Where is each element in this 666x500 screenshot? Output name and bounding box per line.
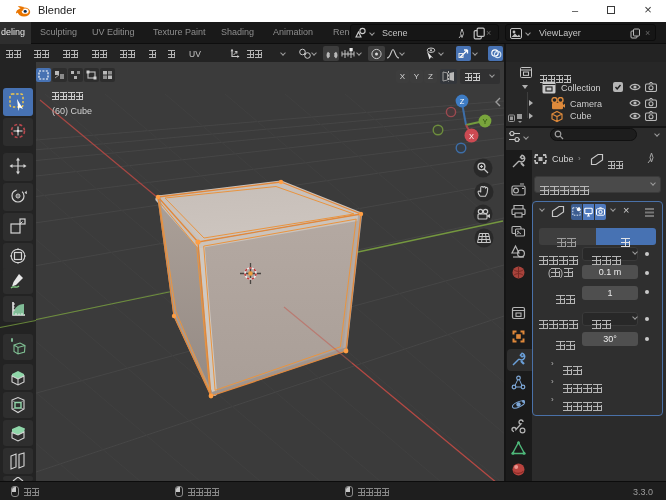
svg-text:Z: Z — [460, 97, 465, 106]
svg-text:Y: Y — [482, 117, 487, 126]
svg-text:X: X — [469, 132, 474, 141]
